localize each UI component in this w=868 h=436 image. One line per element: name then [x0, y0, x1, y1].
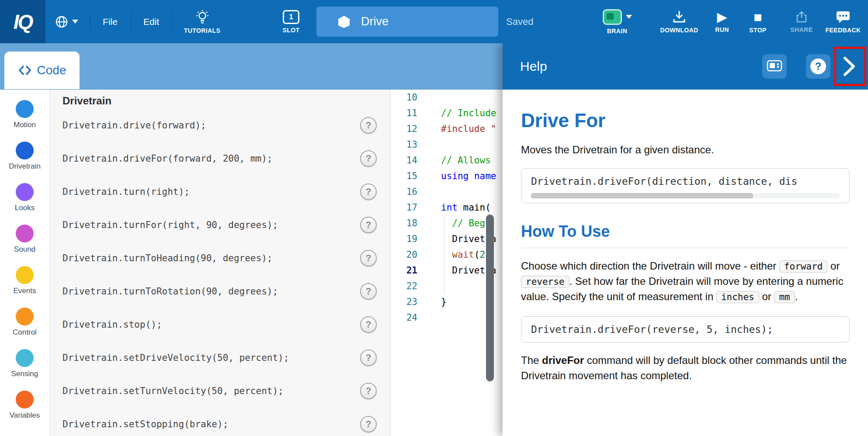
command-row[interactable]: Drivetrain.turnToRotation(90, degrees); …: [50, 275, 390, 308]
command-row[interactable]: Drivetrain.setStopping(brake); ?: [50, 408, 390, 436]
run-label: RUN: [715, 26, 729, 33]
toolbox-category[interactable]: Control: [13, 308, 37, 337]
category-color-icon[interactable]: [16, 391, 34, 408]
line-code: // Include: [417, 108, 496, 118]
stop-button[interactable]: ■ STOP: [742, 0, 774, 43]
share-icon: [795, 10, 808, 24]
how-to-use-heading: How To Use: [521, 222, 850, 241]
command-text[interactable]: Drivetrain.turnToHeading(90, degrees);: [62, 253, 272, 263]
run-button[interactable]: ▶ RUN: [706, 0, 738, 43]
toolbox-category[interactable]: Variables: [10, 391, 40, 420]
command-help-button[interactable]: ?: [360, 183, 377, 200]
line-number: 13: [390, 139, 417, 150]
download-label: DOWNLOAD: [660, 27, 698, 34]
command-row[interactable]: Drivetrain.stop(); ?: [50, 308, 390, 341]
file-menu[interactable]: File: [94, 0, 126, 43]
chevron-down-icon: [72, 20, 78, 24]
command-rows: Drivetrain.drive(forward); ? Drivetrain.…: [50, 109, 390, 436]
command-help-button[interactable]: ?: [360, 150, 377, 167]
line-code: Drivetra: [417, 234, 496, 244]
category-color-icon[interactable]: [16, 183, 34, 201]
editor-vertical-scrollbar[interactable]: [486, 215, 494, 381]
category-color-icon[interactable]: [16, 266, 34, 284]
edit-menu[interactable]: Edit: [135, 0, 167, 43]
category-label: Sensing: [11, 370, 38, 378]
category-color-icon[interactable]: [16, 142, 34, 159]
tutorials-button[interactable]: TUTORIALS: [175, 0, 229, 43]
editor-line: 12 #include ": [390, 121, 503, 137]
command-row[interactable]: Drivetrain.turn(right); ?: [50, 175, 390, 208]
category-color-icon[interactable]: [16, 100, 34, 118]
line-number: 23: [390, 297, 417, 307]
command-text[interactable]: Drivetrain.stop();: [62, 319, 162, 330]
line-number: 17: [390, 202, 417, 213]
command-row[interactable]: Drivetrain.drive(forward); ?: [50, 109, 390, 142]
category-color-icon[interactable]: [16, 225, 34, 242]
help-command-description: Moves the Drivetrain for a given distanc…: [521, 144, 850, 156]
command-row[interactable]: Drivetrain.setTurnVelocity(50, percent);…: [50, 374, 390, 408]
command-row[interactable]: Drivetrain.driveFor(forward, 200, mm); ?: [50, 142, 390, 175]
category-label: Variables: [10, 411, 40, 420]
command-help-button[interactable]: ?: [360, 416, 377, 433]
toolbox-category[interactable]: Looks: [15, 183, 35, 212]
command-help-button[interactable]: ?: [360, 283, 377, 300]
command-row[interactable]: Drivetrain.turnFor(right, 90, degrees); …: [50, 208, 390, 242]
command-text[interactable]: Drivetrain.turnToRotation(90, degrees);: [62, 286, 278, 297]
horizontal-scrollbar-thumb[interactable]: [531, 193, 753, 198]
line-code: wait(2,: [417, 249, 491, 260]
chevron-down-icon[interactable]: [626, 15, 632, 19]
slot-label: SLOT: [283, 27, 300, 34]
command-help-button[interactable]: ?: [360, 217, 377, 233]
editor-line: 15 using name: [390, 168, 503, 184]
help-command-title: Drive For: [521, 110, 850, 131]
download-icon: [672, 10, 686, 24]
horizontal-scrollbar-track[interactable]: [531, 193, 840, 198]
tutorials-label: TUTORIALS: [184, 27, 220, 34]
command-text[interactable]: Drivetrain.setStopping(brake);: [62, 419, 228, 429]
code-editor[interactable]: 10 11 // Include 12 #include " 13 14 // …: [390, 90, 503, 436]
toolbox-category[interactable]: Drivetrain: [9, 142, 41, 171]
download-button[interactable]: DOWNLOAD: [656, 0, 702, 43]
command-row[interactable]: Drivetrain.turnToHeading(90, degrees); ?: [50, 242, 390, 275]
help-info-button[interactable]: ?: [806, 54, 830, 79]
toolbar-divider: [171, 11, 172, 31]
editor-line: 16: [390, 184, 503, 200]
command-help-button[interactable]: ?: [360, 316, 377, 333]
command-text[interactable]: Drivetrain.driveFor(forward, 200, mm);: [62, 153, 272, 164]
toolbox-category[interactable]: Events: [14, 266, 36, 295]
command-text[interactable]: Drivetrain.turnFor(right, 90, degrees);: [62, 220, 278, 230]
share-button[interactable]: SHARE: [785, 0, 818, 43]
line-number: 11: [390, 108, 417, 118]
language-menu-button[interactable]: [50, 0, 83, 43]
command-text[interactable]: Drivetrain.drive(forward);: [62, 120, 206, 131]
collapse-help-button[interactable]: [830, 43, 868, 90]
command-text[interactable]: Drivetrain.setDriveVelocity(50, percent)…: [62, 353, 289, 363]
command-help-button[interactable]: ?: [360, 383, 377, 399]
command-text[interactable]: Drivetrain.turn(right);: [62, 187, 190, 197]
feedback-button[interactable]: FEEDBACK: [821, 0, 865, 43]
command-help-button[interactable]: ?: [360, 250, 377, 266]
code-tab-label: Code: [37, 63, 66, 77]
category-color-icon[interactable]: [16, 308, 34, 325]
slot-button[interactable]: 1 SLOT: [267, 0, 316, 43]
toolbox-category[interactable]: Motion: [14, 100, 36, 129]
help-panel-header: Help ?: [503, 43, 868, 90]
workspace-header-strip: Code: [0, 43, 503, 90]
brain-button[interactable]: BRAIN: [593, 0, 642, 43]
command-help-button[interactable]: ?: [360, 349, 377, 366]
feedback-bubble-icon: [836, 10, 851, 24]
toolbox-category[interactable]: Sound: [14, 225, 35, 254]
category-color-icon[interactable]: [16, 349, 34, 367]
brain-preview-button[interactable]: [762, 54, 787, 79]
command-row[interactable]: Drivetrain.setDriveVelocity(50, percent)…: [50, 341, 390, 374]
command-help-button[interactable]: ?: [360, 117, 377, 134]
tab-code[interactable]: Code: [4, 52, 80, 89]
category-label: Motion: [14, 121, 36, 129]
project-name-button[interactable]: Drive: [316, 7, 498, 37]
toolbox-category[interactable]: Sensing: [11, 349, 38, 378]
line-code: // Allows: [417, 155, 491, 166]
vex-iq-logo: IQ: [0, 0, 45, 43]
line-number: 14: [390, 155, 417, 166]
command-text[interactable]: Drivetrain.setTurnVelocity(50, percent);: [62, 386, 284, 396]
line-number: 12: [390, 124, 417, 134]
